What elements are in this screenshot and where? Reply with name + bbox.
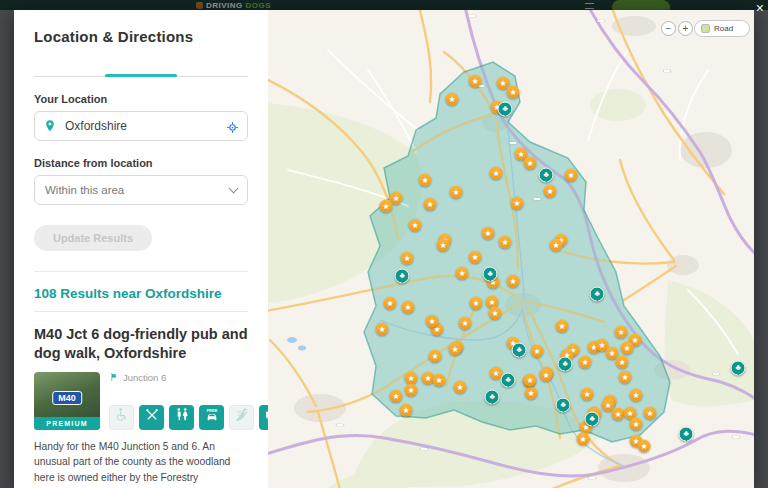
close-icon[interactable]: × [756, 1, 764, 15]
map[interactable]: − + Road [268, 10, 754, 488]
walk-marker[interactable] [581, 388, 594, 401]
walk-marker[interactable] [638, 440, 651, 453]
walk-marker[interactable] [470, 297, 483, 310]
walk-marker[interactable] [579, 356, 592, 369]
distance-select[interactable]: Within this area [34, 175, 248, 205]
walk-marker[interactable] [450, 186, 463, 199]
walk-marker[interactable] [469, 251, 482, 264]
map-pin-icon [43, 119, 57, 133]
walk-marker[interactable] [409, 219, 422, 232]
search-tab[interactable] [34, 59, 105, 76]
food-icon [139, 405, 164, 430]
place-pin[interactable] [498, 102, 513, 117]
screen: DRIVING DOGS × Location & Directions You… [0, 0, 768, 488]
place-pin[interactable] [558, 357, 573, 372]
site-logo[interactable]: DRIVING DOGS [196, 1, 271, 10]
walk-marker[interactable] [577, 433, 590, 446]
results-list: M40 Jct 6 dog-friendly pub and dog walk,… [34, 314, 248, 488]
walk-marker[interactable] [402, 301, 415, 314]
walk-marker[interactable] [499, 236, 512, 249]
walk-marker[interactable] [489, 307, 502, 320]
walk-marker[interactable] [644, 407, 657, 420]
map-style-button[interactable]: Road [694, 20, 750, 37]
walk-marker[interactable] [446, 93, 459, 106]
panel-title: Location & Directions [34, 28, 248, 45]
walk-marker[interactable] [490, 167, 503, 180]
walk-marker[interactable] [482, 227, 495, 240]
walk-marker[interactable] [380, 200, 393, 213]
walk-marker[interactable] [437, 239, 450, 252]
update-results-button[interactable]: Update Results [34, 225, 152, 251]
chevron-down-icon [229, 184, 239, 194]
amenity-glyph [144, 407, 160, 427]
walk-marker[interactable] [424, 198, 437, 211]
place-pin[interactable] [590, 287, 605, 302]
result-thumbnail[interactable]: M40 PREMIUM [34, 372, 100, 430]
place-pin[interactable] [539, 168, 554, 183]
walk-marker[interactable] [615, 326, 628, 339]
walk-marker[interactable] [390, 390, 403, 403]
walk-marker[interactable] [376, 323, 389, 336]
zoom-in-button[interactable]: + [678, 21, 693, 36]
amenity-row: FREE [109, 405, 268, 430]
place-pin[interactable] [483, 267, 498, 282]
map-style-icon [701, 24, 710, 33]
search-tab[interactable] [177, 59, 248, 76]
walk-marker[interactable] [540, 369, 553, 382]
road-sign-badge: M40 [52, 391, 82, 405]
walk-marker[interactable] [507, 86, 520, 99]
walk-marker[interactable] [556, 320, 569, 333]
walk-marker[interactable] [426, 315, 439, 328]
amenity-glyph [174, 407, 190, 427]
walk-marker[interactable] [454, 381, 467, 394]
premium-badge: PREMIUM [34, 417, 100, 430]
result-item: M40 Jct 6 dog-friendly pub and dog walk,… [34, 314, 248, 488]
place-pin[interactable] [501, 373, 516, 388]
place-pin[interactable] [512, 343, 527, 358]
walk-marker[interactable] [400, 404, 413, 417]
location-directions-modal: Location & Directions Your Location Dist… [14, 10, 754, 488]
walk-marker[interactable] [619, 371, 632, 384]
walk-marker[interactable] [511, 197, 524, 210]
place-pin[interactable] [585, 412, 600, 427]
flag-icon [109, 372, 119, 382]
walk-marker[interactable] [401, 252, 414, 265]
walk-marker[interactable] [507, 275, 520, 288]
walk-marker[interactable] [550, 239, 563, 252]
walk-marker[interactable] [456, 267, 469, 280]
walk-marker[interactable] [449, 343, 462, 356]
walk-marker[interactable] [565, 169, 578, 182]
walk-marker[interactable] [433, 374, 446, 387]
result-title[interactable]: M40 Jct 6 dog-friendly pub and dog walk,… [34, 325, 248, 363]
playground-icon [229, 405, 254, 430]
walk-marker[interactable] [621, 342, 634, 355]
place-pin[interactable] [485, 390, 500, 405]
walk-marker[interactable] [531, 345, 544, 358]
place-pin[interactable] [731, 361, 746, 376]
header-cta-button[interactable] [612, 0, 670, 10]
search-tab[interactable] [105, 59, 176, 76]
walk-marker[interactable] [544, 185, 557, 198]
walk-marker[interactable] [524, 157, 537, 170]
walk-marker[interactable] [616, 356, 629, 369]
place-pin[interactable] [395, 269, 410, 284]
walk-marker[interactable] [405, 384, 418, 397]
zoom-out-button[interactable]: − [661, 21, 676, 36]
walk-marker[interactable] [630, 389, 643, 402]
walk-marker[interactable] [384, 297, 397, 310]
walk-marker[interactable] [429, 350, 442, 363]
walk-marker[interactable] [630, 418, 643, 431]
walk-marker[interactable] [524, 374, 537, 387]
location-input[interactable] [63, 118, 219, 134]
walk-marker[interactable] [459, 317, 472, 330]
menu-icon[interactable] [585, 3, 594, 9]
walk-marker[interactable] [469, 75, 482, 88]
amenity-glyph: FREE [204, 407, 220, 427]
free-parking-icon: FREE [199, 405, 224, 430]
place-pin[interactable] [556, 398, 571, 413]
search-panel: Location & Directions Your Location Dist… [14, 10, 268, 488]
place-pin[interactable] [679, 427, 694, 442]
map-canvas [268, 10, 754, 488]
walk-marker[interactable] [419, 174, 432, 187]
locate-me-icon[interactable] [226, 120, 239, 133]
